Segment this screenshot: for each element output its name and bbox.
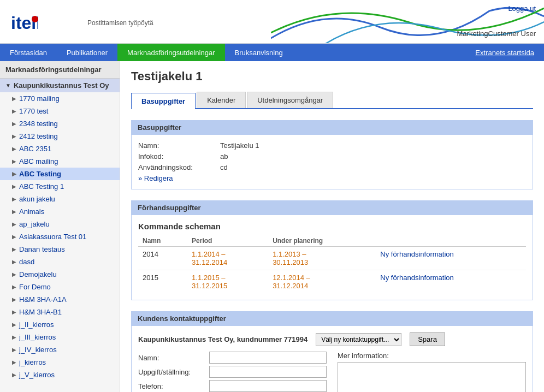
sidebar-item-2348-testing[interactable]: ▶ 2348 testing: [0, 117, 120, 130]
field-namn-value: Testijakelu 1: [220, 141, 259, 150]
sidebar-item-j-iii[interactable]: ▶ j_III_kierros: [0, 331, 120, 343]
item-arrow-icon: ▶: [12, 196, 16, 202]
row-action[interactable]: Ny förhandsinformation: [376, 270, 526, 294]
sidebar-item-hm-3ha-a1a[interactable]: ▶ H&M 3HA-A1A: [0, 293, 120, 306]
sidebar-item-dasd[interactable]: ▶ dasd: [0, 256, 120, 268]
nav-forstasidan[interactable]: Förstasidan: [0, 44, 57, 61]
sidebar-item-label: ABC Testing 1: [19, 182, 64, 191]
item-arrow-icon: ▶: [12, 296, 16, 302]
sidebar-item-j-kierros[interactable]: ▶ j_kierros: [0, 356, 120, 369]
mer-information-textarea[interactable]: [338, 362, 526, 392]
nav-publikationer[interactable]: Publikationer: [57, 44, 117, 61]
contact-row-uppgift: Uppgift/ställning:: [138, 366, 327, 378]
sidebar-item-label: For Demo: [19, 283, 51, 291]
sidebar-item-akun-jakelu[interactable]: ▶ akun jakelu: [0, 193, 120, 205]
contact-form: Namn: Uppgift/ställning: Telefon: E: [138, 352, 327, 392]
forhandsuppgifter-header: Förhandsuppgifter: [131, 200, 533, 215]
sidebar-item-j-ii[interactable]: ▶ j_II_kierros: [0, 318, 120, 331]
sidebar-item-label: 1770 test: [19, 107, 49, 115]
sidebar-item-j-v[interactable]: ▶ j_V_kierros: [0, 369, 120, 381]
sidebar-title: Marknadsföringsutdelningar: [0, 61, 120, 79]
field-infokod-label: Infokod:: [138, 152, 220, 161]
layout: Marknadsföringsutdelningar ▼ Kaupunkikus…: [0, 61, 544, 392]
sidebar-item-for-demo[interactable]: ▶ For Demo: [0, 281, 120, 293]
contact-input-uppgift[interactable]: [209, 366, 327, 378]
tab-utdelningsomgangar[interactable]: Utdelningsomgångar: [247, 92, 333, 108]
tab-kalender[interactable]: Kalender: [197, 92, 246, 108]
item-arrow-icon: ▶: [12, 183, 16, 189]
item-arrow-icon: ▶: [12, 322, 16, 328]
table-row: 2015 1.1.2015 –31.12.2015 12.1.2014 –31.…: [138, 270, 526, 294]
item-arrow-icon: ▶: [12, 108, 16, 114]
sidebar-item-demojakelu[interactable]: ▶ Demojakelu: [0, 268, 120, 281]
sidebar-item-label: 2412 testing: [19, 132, 58, 140]
contact-label-uppgift: Uppgift/ställning:: [138, 368, 209, 376]
sidebar-item-hm-3ha-b1[interactable]: ▶ H&M 3HA-B1: [0, 306, 120, 318]
item-arrow-icon: ▶: [12, 171, 16, 177]
customer-header-row: Kaupunkikustannus Test Oy, kundnummer 77…: [138, 332, 526, 346]
sidebar-item-label: H&M 3HA-A1A: [19, 295, 67, 304]
sidebar-item-label: H&M 3HA-B1: [19, 308, 62, 316]
contact-label-telefon: Telefon:: [138, 382, 209, 390]
contact-input-namn[interactable]: [209, 352, 327, 364]
item-arrow-icon: ▶: [12, 372, 16, 378]
sidebar-item-ap-jakelu[interactable]: ▶ ap_jakelu: [0, 218, 120, 230]
right-label: Mer information:: [338, 352, 526, 360]
sidebar-item-1770-test[interactable]: ▶ 1770 test: [0, 105, 120, 117]
contact-select[interactable]: Välj ny kontaktuppgift...: [316, 333, 401, 346]
sidebar-item-animals[interactable]: ▶ Animals: [0, 205, 120, 218]
row-period: 1.1.2015 –31.12.2015: [187, 270, 268, 294]
basuppgifter-header: Basuppgifter: [131, 120, 533, 135]
header: itella Postittamisen työpöytä Logga ut M…: [0, 0, 544, 44]
nav-marknadsforingsutdelningar[interactable]: Marknadsföringsutdelningar: [117, 44, 224, 61]
nav-extranets[interactable]: Extranets startsida: [465, 44, 544, 61]
nav-bruksanvisning[interactable]: Bruksanvisning: [225, 44, 293, 61]
contact-input-telefon[interactable]: [209, 380, 327, 392]
sidebar-item-abc-2351[interactable]: ▶ ABC 2351: [0, 142, 120, 155]
sidebar-item-danan[interactable]: ▶ Danan testaus: [0, 243, 120, 256]
sidebar-item-1770-mailing[interactable]: ▶ 1770 mailing: [0, 92, 120, 105]
col-period: Period: [187, 235, 268, 247]
row-period: 1.1.2014 –31.12.2014: [187, 247, 268, 270]
item-arrow-icon: ▶: [12, 334, 16, 340]
sidebar-item-label: akun jakelu: [19, 195, 55, 203]
group-arrow-icon: ▼: [5, 82, 11, 88]
tab-bar: Basuppgifter Kalender Utdelningsomgångar: [131, 92, 533, 109]
itella-logo-icon: itella: [11, 8, 38, 35]
sidebar-item-abc-testing-1[interactable]: ▶ ABC Testing 1: [0, 180, 120, 193]
sidebar-item-label: j_II_kierros: [19, 320, 54, 329]
sidebar-item-label: Animals: [19, 207, 44, 216]
sidebar-item-label: j_kierros: [19, 358, 46, 366]
user-display: MarketingCustomer User: [457, 29, 536, 38]
scheman-table: Namn Period Under planering 2014 1.1.201…: [138, 235, 526, 293]
sidebar-item-asiakassuora[interactable]: ▶ Asiakassuora Test 01: [0, 230, 120, 243]
tagline: Postittamisen työpöytä: [87, 19, 153, 27]
save-button[interactable]: Spara: [410, 332, 445, 346]
item-arrow-icon: ▶: [12, 284, 16, 290]
sidebar-item-label: ap_jakelu: [19, 220, 50, 228]
kommande-scheman-title: Kommande scheman: [138, 222, 526, 231]
ny-forhandsinformation-link-1[interactable]: Ny förhandsinformation: [380, 250, 453, 258]
sidebar-item-label: dasd: [19, 258, 34, 266]
sidebar-item-abc-mailing[interactable]: ▶ ABC mailing: [0, 155, 120, 168]
field-anvandningskod-label: Användningskod:: [138, 163, 220, 171]
main-nav: Förstasidan Publikationer Marknadsföring…: [0, 44, 544, 61]
sidebar-item-j-iv[interactable]: ▶ j_IV_kierros: [0, 343, 120, 356]
tab-basuppgifter[interactable]: Basuppgifter: [131, 93, 196, 109]
field-namn-label: Namn:: [138, 141, 220, 150]
field-infokod-value: ab: [220, 152, 228, 161]
sidebar-group-header[interactable]: ▼ Kaupunkikustannus Test Oy: [0, 79, 120, 92]
field-infokod: Infokod: ab: [138, 152, 526, 161]
kontaktuppgifter-section: Kundens kontaktuppgifter Kaupunkikustann…: [131, 311, 533, 392]
basuppgifter-body: Namn: Testijakelu 1 Infokod: ab Användni…: [131, 135, 533, 189]
logout-link[interactable]: Logga ut: [508, 4, 536, 13]
table-row: 2014 1.1.2014 –31.12.2014 1.1.2013 –30.1…: [138, 247, 526, 270]
sidebar-item-abc-testing[interactable]: ▶ ABC Testing: [0, 168, 120, 180]
row-action[interactable]: Ny förhandsinformation: [376, 247, 526, 270]
redigera-link[interactable]: » Redigera: [138, 174, 173, 182]
item-arrow-icon: ▶: [12, 347, 16, 353]
sidebar-item-label: Demojakelu: [19, 270, 57, 278]
contact-row-namn: Namn:: [138, 352, 327, 364]
sidebar-item-2412-testing[interactable]: ▶ 2412 testing: [0, 130, 120, 142]
ny-forhandsinformation-link-2[interactable]: Ny förhandsinformation: [380, 274, 453, 282]
